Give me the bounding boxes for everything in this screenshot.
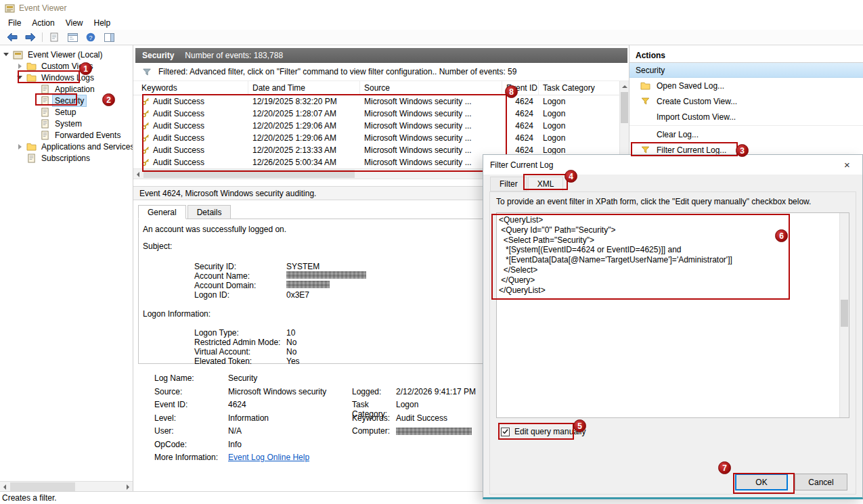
log-name-value: Security — [228, 373, 352, 387]
event-row[interactable]: Audit Success 12/20/2025 1:29:06 AM Micr… — [133, 120, 629, 132]
tree-item-label: Event Viewer (Local) — [26, 49, 105, 60]
cancel-button[interactable]: Cancel — [795, 474, 847, 490]
tab-details[interactable]: Details — [187, 205, 231, 219]
tab-filter[interactable]: Filter — [490, 177, 527, 191]
event-row[interactable]: Audit Success 12/20/2025 1:29:06 AM Micr… — [133, 132, 629, 144]
security-id-value: SYSTEM — [286, 262, 319, 271]
back-button[interactable] — [5, 31, 19, 43]
tree-item-subscriptions[interactable]: Subscriptions — [0, 152, 133, 164]
event-log-icon — [41, 96, 49, 106]
event-row[interactable]: Audit Success 12/19/2025 8:32:20 PM Micr… — [133, 95, 629, 108]
tree-item-custom-views[interactable]: Custom Views — [0, 60, 133, 72]
action-create-custom-view[interactable]: Create Custom View... — [629, 93, 863, 109]
console-tree-pane: Event Viewer (Local) Custom Views Window… — [0, 45, 133, 491]
column-header-keywords[interactable]: Keywords — [133, 81, 248, 95]
folder-icon — [26, 62, 37, 70]
expand-arrow-icon[interactable] — [16, 63, 23, 70]
action-import-custom-view[interactable]: Import Custom View... — [629, 109, 863, 124]
expand-arrow-icon[interactable] — [16, 143, 23, 150]
close-button[interactable]: × — [832, 155, 862, 175]
event-log-icon — [41, 108, 49, 117]
event-log-icon — [41, 131, 49, 140]
close-icon: × — [844, 159, 850, 170]
user-value: N/A — [228, 426, 352, 440]
tree-item-forwarded-events[interactable]: Forwarded Events — [0, 129, 133, 141]
open-folder-icon — [640, 81, 650, 90]
audit-success-key-icon — [141, 97, 150, 106]
xml-tab-page: To provide an event filter in XPath form… — [489, 191, 856, 495]
tree-item-label: Setup — [53, 107, 78, 118]
tab-xml[interactable]: XML — [528, 177, 564, 191]
filter-notice-bar: Filtered: Advanced filter, click on "Fil… — [133, 63, 629, 81]
tree-item-security[interactable]: Security — [0, 95, 133, 106]
collapse-arrow-icon[interactable] — [16, 74, 23, 81]
tree-item-setup[interactable]: Setup — [0, 106, 133, 118]
scrollbar-thumb[interactable] — [143, 170, 355, 178]
edit-query-manually-checkbox[interactable]: Edit query manually — [501, 426, 585, 437]
event-log-online-help-link[interactable]: Event Log Online Help — [228, 453, 352, 466]
collapse-arrow-icon[interactable] — [3, 51, 9, 58]
menu-view[interactable]: View — [60, 16, 89, 30]
action-clear-log[interactable]: Clear Log... — [629, 127, 863, 142]
xpath-instruction: To provide an event filter in XPath form… — [496, 197, 849, 206]
column-header-source[interactable]: Source — [360, 81, 502, 95]
column-header-datetime[interactable]: Date and Time — [248, 81, 360, 95]
menu-file[interactable]: File — [3, 16, 26, 30]
custom-view-funnel-icon — [641, 97, 650, 106]
ok-button[interactable]: OK — [735, 474, 788, 490]
tree-horizontal-scrollbar[interactable] — [0, 481, 133, 491]
export-log-button[interactable] — [47, 31, 61, 43]
show-console-tree-button[interactable] — [66, 31, 79, 43]
document-icon — [50, 32, 59, 42]
scroll-up-arrow-icon[interactable] — [620, 82, 629, 91]
tree-item-label-selected: Security — [53, 95, 86, 106]
query-vertical-scrollbar[interactable] — [839, 213, 849, 417]
scrollbar-thumb[interactable] — [621, 92, 628, 123]
scrollbar-thumb[interactable] — [10, 482, 75, 491]
action-pane-button[interactable] — [102, 31, 116, 43]
tree-item-label: Windows Logs — [39, 72, 96, 83]
scroll-left-arrow-icon[interactable] — [0, 482, 9, 491]
action-pane-icon — [104, 33, 114, 42]
event-count: Number of events: 183,788 — [185, 51, 283, 60]
tree-item-label: Custom Views — [39, 61, 95, 72]
checkbox-checked-icon[interactable] — [501, 428, 510, 436]
help-button[interactable]: ? — [84, 31, 97, 43]
tree-item-windows-logs[interactable]: Windows Logs — [0, 72, 133, 83]
xml-query-text: <QueryList> <Query Id="0" Path="Security… — [499, 215, 849, 295]
action-open-saved-log[interactable]: Open Saved Log... — [629, 78, 863, 93]
event-log-icon — [41, 85, 49, 94]
tree-item-application[interactable]: Application — [0, 83, 133, 95]
filter-current-log-dialog: Filter Current Log × Filter XML To provi… — [483, 154, 863, 499]
scroll-left-arrow-icon[interactable] — [133, 170, 143, 179]
column-header-eventid[interactable]: Event ID — [502, 81, 539, 95]
opcode-value: Info — [228, 440, 352, 453]
source-value: Microsoft Windows security — [228, 387, 352, 400]
log-header-bar: Security Number of events: 183,788 — [135, 48, 627, 63]
dialog-buttons: OK Cancel — [735, 474, 847, 490]
tree-item-label: Forwarded Events — [53, 130, 123, 141]
tree-item-root[interactable]: Event Viewer (Local) — [0, 49, 133, 60]
event-viewer-app-icon — [5, 3, 15, 13]
tree-item-label: Subscriptions — [39, 153, 92, 164]
scrollbar-thumb[interactable] — [841, 300, 848, 327]
subscriptions-icon — [27, 154, 36, 163]
event-viewer-icon — [13, 50, 23, 60]
tree-item-applications-services[interactable]: Applications and Services Lo — [0, 141, 133, 152]
event-row[interactable]: Audit Success 12/20/2025 1:28:07 AM Micr… — [133, 108, 629, 120]
forward-button[interactable] — [24, 31, 37, 43]
scroll-right-arrow-icon[interactable] — [123, 482, 133, 491]
menu-action[interactable]: Action — [26, 16, 60, 30]
actions-section-security[interactable]: Security — [629, 63, 863, 78]
audit-success-key-icon — [141, 134, 150, 142]
audit-success-key-icon — [141, 110, 150, 118]
status-text: Creates a filter. — [2, 493, 57, 503]
event-viewer-window: Event Viewer File Action View Help ? — [0, 0, 863, 504]
tab-general[interactable]: General — [138, 205, 186, 219]
column-header-task[interactable]: Task Category — [539, 81, 606, 95]
xml-query-textarea[interactable]: <QueryList> <Query Id="0" Path="Security… — [496, 212, 849, 418]
tree-item-system[interactable]: System — [0, 118, 133, 129]
logon-id-value: 0x3E7 — [286, 290, 309, 300]
menu-help[interactable]: Help — [89, 16, 116, 30]
actions-separator — [629, 125, 863, 126]
